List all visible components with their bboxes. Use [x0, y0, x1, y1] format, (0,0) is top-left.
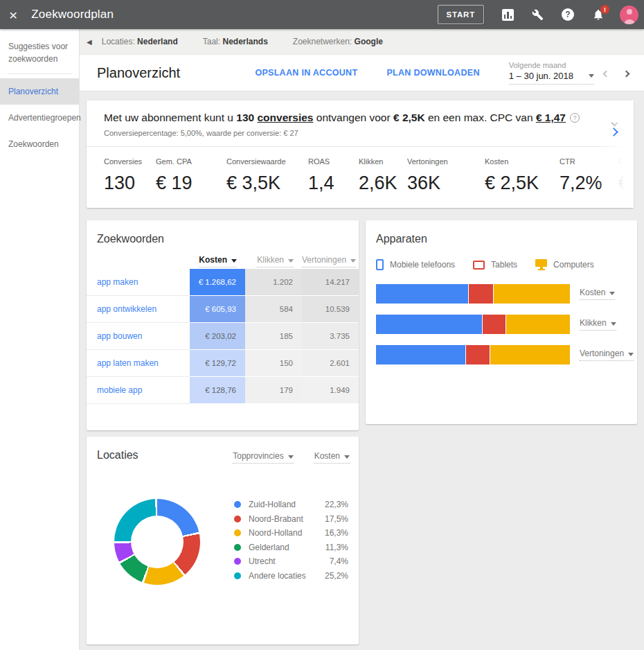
- wrench-icon[interactable]: [532, 9, 544, 21]
- prev-month-chevron-icon[interactable]: [604, 67, 609, 79]
- sidebar-item-suggesties[interactable]: Suggesties voor zoekwoorden: [0, 29, 79, 72]
- keywords-card-title: Zoekwoorden: [87, 220, 359, 245]
- conversion-rate-note: Conversiepercentage: 5,00%, waarde per c…: [104, 129, 592, 137]
- date-range-label: Volgende maand: [509, 61, 594, 69]
- chevron-down-icon: [611, 322, 616, 326]
- vertoningen-cell: 3.735: [302, 323, 359, 350]
- summary-max-cpc[interactable]: € 1,47: [536, 112, 566, 123]
- keyword-link[interactable]: app bouwen: [97, 331, 142, 341]
- close-icon[interactable]: ×: [9, 8, 17, 22]
- klikken-cell: 185: [245, 323, 302, 350]
- kosten-cell: € 203,02: [190, 323, 245, 350]
- bar-metric-dropdown[interactable]: Vertoningen: [580, 349, 634, 361]
- computer-icon: [535, 259, 547, 267]
- location-legend-andere-locaties: Andere locaties25,2%: [234, 569, 348, 583]
- sidebar-item-planoverzicht[interactable]: Planoverzicht: [0, 78, 79, 105]
- keyword-link[interactable]: mobiele app: [97, 385, 142, 395]
- devices-card-title: Apparaten: [366, 220, 637, 245]
- info-icon[interactable]: ?: [570, 113, 580, 123]
- filter-language[interactable]: Taal: Nederlands: [203, 37, 268, 46]
- metric-label: Vertoningen: [407, 157, 485, 166]
- chevron-down-icon: [231, 259, 237, 263]
- metric-value: € 2,5K: [485, 173, 560, 194]
- top-app-bar: × Zoekwoordplan START ? !: [0, 0, 644, 29]
- metric-label: Klikken: [359, 157, 407, 166]
- bar-segment-mobiele-telefoons: [376, 315, 482, 334]
- kosten-cell: € 128,76: [190, 377, 245, 404]
- plan-summary-sentence: Met uw abonnement kunt u 130 conversies …: [104, 112, 592, 124]
- help-icon[interactable]: ?: [562, 8, 574, 21]
- keyword-link[interactable]: app maken: [97, 277, 138, 287]
- bar-segment-tablets: [465, 345, 490, 364]
- locations-donut-chart: [114, 499, 200, 585]
- filter-locations[interactable]: Locaties: Nederland: [102, 37, 178, 46]
- location-name: Andere locaties: [249, 571, 319, 581]
- locations-metric-dropdown[interactable]: Kosten: [314, 451, 350, 464]
- metrics-row: Conversies130Gem. CPA€ 19Conversiewaarde…: [87, 146, 634, 207]
- metric-conversiewaarde: Conversiewaarde€ 3,5K: [226, 157, 308, 207]
- stacked-bar: [376, 284, 570, 304]
- location-name: Noord-Holland: [249, 528, 319, 538]
- filter-networks-label: Zoeknetwerken:: [293, 37, 352, 46]
- start-button[interactable]: START: [438, 5, 484, 24]
- sidebar-divider: [8, 73, 72, 74]
- stacked-bar: [376, 315, 570, 334]
- save-to-account-link[interactable]: OPSLAAN IN ACCOUNT: [255, 68, 357, 78]
- legend-dot: [234, 544, 241, 551]
- location-name: Zuid-Holland: [249, 500, 319, 509]
- metric-label: Gem: [618, 157, 634, 166]
- sort-header-kosten[interactable]: Kosten: [190, 255, 245, 269]
- locations-card: Locaties Topprovincies Kosten Zuid-Holla…: [87, 437, 359, 644]
- location-legend-zuid-holland: Zuid-Holland22,3%: [234, 498, 348, 512]
- keywords-table-header: Kosten Klikken Vertoningen: [87, 255, 359, 269]
- locations-card-title: Locaties: [97, 449, 212, 462]
- next-month-chevron-icon[interactable]: [624, 67, 629, 79]
- keywords-table: app maken€ 1.268,621.20214.217app ontwik…: [87, 269, 359, 404]
- keyword-link[interactable]: app ontwikkelen: [97, 304, 156, 314]
- avatar[interactable]: [620, 6, 638, 24]
- location-legend-gelderland: Gelderland11,3%: [234, 541, 348, 555]
- kosten-cell: € 1.268,62: [190, 269, 245, 296]
- metric-value: 36K: [407, 173, 485, 194]
- devices-bars: KostenKlikkenVertoningen: [376, 284, 637, 364]
- chevron-down-icon: [350, 259, 356, 263]
- download-plan-link[interactable]: PLAN DOWNLOADEN: [386, 68, 479, 78]
- back-arrow-icon[interactable]: ◀: [87, 38, 92, 46]
- sort-header-klikken[interactable]: Klikken: [245, 255, 302, 269]
- bar-metric-dropdown[interactable]: Kosten: [580, 288, 615, 300]
- page-title: Planoverzicht: [97, 65, 180, 81]
- location-name: Noord-Brabant: [249, 514, 319, 524]
- bell-icon[interactable]: !: [592, 8, 605, 21]
- donut-hole: [131, 516, 184, 568]
- device-bar-row-klikken: Klikken: [376, 315, 637, 334]
- summary-conversions-link[interactable]: conversies: [257, 112, 313, 123]
- filter-networks[interactable]: Zoeknetwerken: Google: [293, 37, 383, 46]
- bar-metric-label: Klikken: [580, 318, 607, 328]
- location-legend-utrecht: Utrecht7,4%: [234, 554, 348, 569]
- date-range-selector[interactable]: Volgende maand 1 – 30 jun. 2018: [509, 61, 594, 85]
- location-share: 7,4%: [319, 556, 348, 566]
- keyword-cell: app bouwen: [87, 323, 190, 350]
- top-provinces-dropdown[interactable]: Topprovincies: [233, 451, 293, 464]
- metric-vertoningen: Vertoningen36K: [407, 157, 485, 207]
- sidebar-item-advertentiegroepen[interactable]: Advertentiegroepen: [0, 105, 79, 131]
- legend-dot: [234, 572, 241, 579]
- device-legend-computers: Computers: [535, 259, 594, 270]
- next-metrics-chevron-icon[interactable]: [611, 125, 617, 138]
- legend-dot: [234, 558, 241, 565]
- topbar-actions: START ? !: [438, 5, 638, 24]
- location-legend-noord-holland: Noord-Holland16,3%: [234, 526, 348, 541]
- klikken-cell: 584: [245, 296, 302, 323]
- chevron-down-icon: [628, 353, 634, 356]
- device-legend-label: Computers: [553, 260, 594, 270]
- notification-badge: !: [600, 5, 609, 14]
- bar-chart-icon[interactable]: [502, 9, 514, 21]
- vertoningen-cell: 10.539: [302, 296, 359, 323]
- bar-metric-dropdown[interactable]: Klikken: [580, 318, 616, 331]
- devices-card: Apparaten Mobiele telefoonsTabletsComput…: [366, 220, 637, 424]
- sort-header-vertoningen[interactable]: Vertoningen: [302, 255, 359, 269]
- keyword-link[interactable]: app laten maken: [97, 358, 159, 368]
- sidebar-item-zoekwoorden[interactable]: Zoekwoorden: [0, 131, 79, 157]
- phone-icon: [376, 259, 384, 270]
- location-share: 11,3%: [319, 543, 348, 552]
